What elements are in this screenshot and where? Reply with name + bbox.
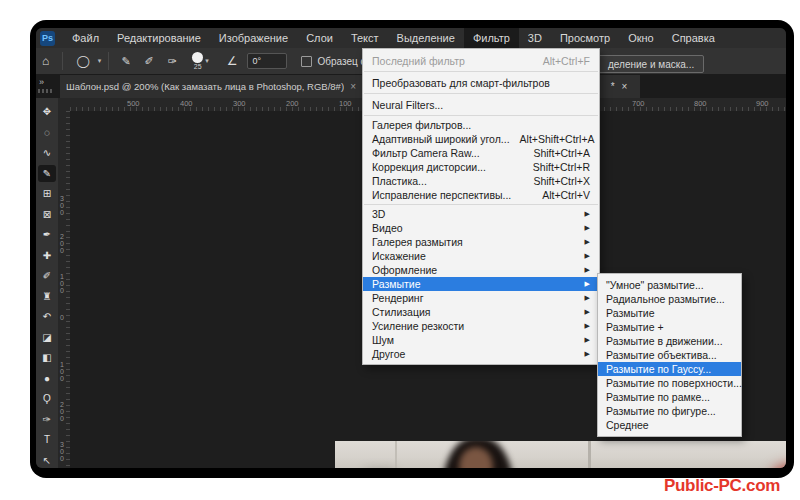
tool-preset-icon[interactable]: ◯ [70,54,95,68]
menu-help[interactable]: Справка [663,28,724,48]
spot-healing-brush-tool-icon[interactable]: ✎ [38,165,56,182]
blur-more-item[interactable]: Размытие + [598,320,741,334]
brush-size-picker[interactable]: 25 [192,52,203,71]
drag-dots-icon [38,89,54,93]
filter-distort-item[interactable]: Искажение ▶ [363,249,599,263]
marquee-tool-icon[interactable]: ◌ [38,124,56,141]
box-blur-item[interactable]: Размытие по рамке... [598,390,741,404]
submenu-arrow-icon: ▶ [585,238,590,246]
angle-input[interactable]: 0° [247,53,287,69]
chevron-down-icon[interactable]: ▾ [98,57,102,65]
clone-stamp-tool-icon[interactable]: ♜ [38,288,56,305]
surface-blur-item[interactable]: Размытие по поверхности... [598,376,741,390]
ruler-label: 100 [339,99,352,108]
ruler-label: 2 0 0 [60,233,64,254]
blur-item[interactable]: Размытие [598,306,741,320]
gaussian-blur-item[interactable]: Размытие по Гауссу... [598,362,741,376]
menu-window[interactable]: Окно [619,28,663,48]
lasso-tool-icon[interactable]: ∿ [38,144,56,161]
blur-tool-icon[interactable]: ● [38,370,56,387]
menu-filter[interactable]: Фильтр [464,28,519,48]
menu-3d[interactable]: 3D [519,28,551,48]
filter-3d-item[interactable]: 3D ▶ [363,207,599,221]
radial-blur-item[interactable]: Радиальное размытие... [598,292,741,306]
unsaved-indicator: * [611,81,615,92]
collapse-panel-icon[interactable]: » [39,77,44,87]
submenu-arrow-icon: ▶ [585,294,590,302]
frame-tool-icon[interactable]: ⊠ [38,206,56,223]
blur-submenu: "Умное" размытие... Радиальное размытие.… [597,273,742,437]
menu-separator [364,115,598,116]
brush-mode-group: ✎✐✑ [116,53,182,70]
adaptive-wide-angle-item[interactable]: Адаптивный широкий угол... Alt+Shift+Ctr… [363,132,599,146]
ruler-label: 3 0 0 [60,441,64,462]
filter-noise-item[interactable]: Шум ▶ [363,333,599,347]
motion-blur-item[interactable]: Размытие в движении... [598,334,741,348]
brush-mode-pattern-icon[interactable]: ✑ [162,53,182,70]
menu-edit[interactable]: Редактирование [108,28,210,48]
patch-tool-icon[interactable]: ✚ [38,247,56,264]
filter-render-item[interactable]: Рендеринг ▶ [363,291,599,305]
average-blur-item[interactable]: Среднее [598,418,741,432]
gradient-tool-icon[interactable]: ◧ [38,349,56,366]
smart-blur-item[interactable]: "Умное" размытие... [598,278,741,292]
separator [108,52,109,70]
ruler-label: 300 [233,99,246,108]
path-select-tool-icon[interactable]: ↖ [38,452,56,469]
filter-blur-item[interactable]: Размытие ▶ [363,277,599,291]
eyedropper-tool-icon[interactable]: ✒ [38,226,56,243]
history-brush-tool-icon[interactable]: ↶ [38,308,56,325]
home-icon[interactable]: ⌂ [36,54,55,68]
ruler-label: 200 [286,99,299,108]
menu-select[interactable]: Выделение [388,28,464,48]
filter-blur-gallery-item[interactable]: Галерея размытия ▶ [363,235,599,249]
menu-image[interactable]: Изображение [210,28,297,48]
crop-tool-icon[interactable]: ⊞ [38,185,56,202]
shape-blur-item[interactable]: Размытие по фигуре... [598,404,741,418]
type-tool-icon[interactable]: T [38,431,56,448]
brush-tool-icon[interactable]: ✐ [38,267,56,284]
lens-correction-item[interactable]: Коррекция дисторсии... Shift+Ctrl+R [363,160,599,174]
ruler-label: 700 [632,99,645,108]
tools-panel: ✥◌∿✎⊞⊠✒✚✐♜↶◪◧●Ϙ✑T↖◯ [36,98,58,468]
dodge-tool-icon[interactable]: Ϙ [38,390,56,407]
filter-sharpen-item[interactable]: Усиление резкости ▶ [363,319,599,333]
filter-stylize-item[interactable]: Стилизация ▶ [363,305,599,319]
filter-gallery-item[interactable]: Галерея фильтров... [363,118,599,132]
liquify-item[interactable]: Пластика... Shift+Ctrl+X [363,174,599,188]
menu-view[interactable]: Просмотр [551,28,619,48]
secondary-document-tab[interactable]: * × [598,75,640,98]
filter-other-item[interactable]: Другое ▶ [363,347,599,361]
brush-mode-normal-icon[interactable]: ✎ [116,53,136,70]
menu-type[interactable]: Текст [342,28,388,48]
chevron-down-icon[interactable]: ▾ [205,57,209,65]
camera-raw-item[interactable]: Фильтр Camera Raw... Shift+Ctrl+A [363,146,599,160]
submenu-arrow-icon: ▶ [585,252,590,260]
filter-pixelate-item[interactable]: Оформление ▶ [363,263,599,277]
ruler-label: 1 0 0 [60,361,64,382]
submenu-arrow-icon: ▶ [585,224,590,232]
menu-layers[interactable]: Слои [297,28,342,48]
eraser-tool-icon[interactable]: ◪ [38,329,56,346]
close-icon[interactable]: × [622,81,628,92]
ruler-label: 800 [694,99,707,108]
ruler-label: 400 [180,99,193,108]
convert-smart-filters-item[interactable]: Преобразовать для смарт-фильтров [363,74,599,91]
menu-separator [364,204,598,205]
document-tab[interactable]: Шаблон.psd @ 200% (Как замазать лица в P… [60,75,362,98]
filter-menu-dropdown: Последний фильтр Alt+Ctrl+F Преобразоват… [362,48,600,365]
submenu-arrow-icon: ▶ [585,280,590,288]
filter-video-item[interactable]: Видео ▶ [363,221,599,235]
brush-mode-sample-icon[interactable]: ✐ [139,53,159,70]
vanishing-point-item[interactable]: Исправление перспективы... Alt+Ctrl+V [363,188,599,202]
lens-blur-item[interactable]: Размытие объектива... [598,348,741,362]
menu-file[interactable]: Файл [63,28,108,48]
document-photo [335,441,786,468]
close-icon[interactable]: × [350,81,356,92]
ruler-label: 1 0 0 [60,273,64,294]
pen-tool-icon[interactable]: ✑ [38,411,56,428]
neural-filters-item[interactable]: Neural Filters... [363,96,599,113]
move-tool-icon[interactable]: ✥ [38,103,56,120]
select-and-mask-button[interactable]: деление и маска... [598,55,704,73]
ruler-label: 2 0 0 [60,401,64,422]
